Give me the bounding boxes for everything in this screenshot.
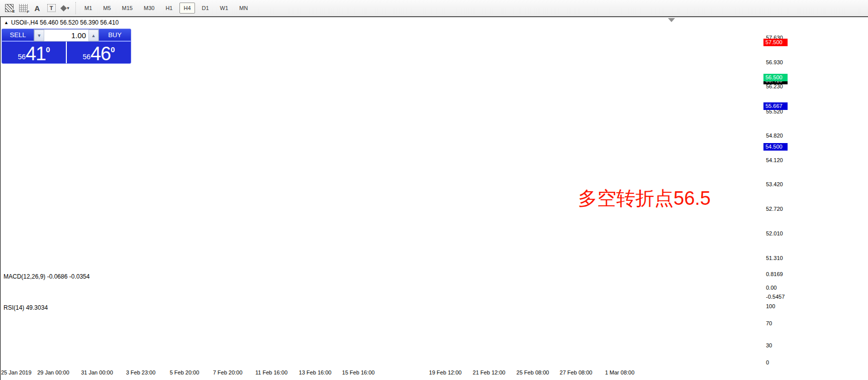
price-badge: 55.667	[763, 102, 788, 110]
text-label-icon[interactable]: T	[45, 2, 57, 14]
chart-title-row: ▲ USOil-,H4 56.460 56.520 56.390 56.410	[1, 18, 868, 28]
timeframe-m5[interactable]: M5	[99, 3, 115, 14]
price-tick-label: 52.720	[766, 206, 783, 212]
toolbar: E F A T ▾ M1M5M15M30H1H4D1W1MN	[0, 0, 868, 17]
buy-price-quote[interactable]: 56460	[67, 42, 131, 63]
timeframe-m1[interactable]: M1	[80, 3, 96, 14]
price-tick-label: 52.010	[766, 230, 783, 237]
time-axis-label: 11 Feb 16:00	[255, 369, 287, 375]
toolbar-separator	[75, 2, 76, 14]
rsi-label: RSI(14) 49.3034	[4, 304, 48, 311]
buy-price-pip: 0	[111, 46, 115, 53]
sell-price-big: 41	[26, 46, 46, 62]
rsi-tick-label: 0	[766, 359, 769, 365]
price-badge: 56.500	[763, 74, 788, 81]
price-tick-label: 54.120	[766, 157, 783, 164]
rsi-tick-label: 30	[766, 342, 772, 348]
collapse-triangle-icon[interactable]: ▲	[4, 20, 9, 25]
macd-tick-label: 0.00	[766, 285, 777, 291]
timeframe-m15[interactable]: M15	[118, 3, 137, 14]
time-axis-label: 27 Feb 08:00	[560, 369, 593, 375]
sell-price-figure: 56	[18, 53, 26, 60]
volume-input[interactable]: 1.00	[44, 30, 88, 41]
time-axis-label: 31 Jan 00:00	[81, 369, 113, 375]
sell-price-pip: 0	[46, 46, 50, 53]
mt4-window: E F A T ▾ M1M5M15M30H1H4D1W1MN ▲ USOil-,…	[0, 0, 868, 380]
time-axis-label: 3 Feb 23:00	[126, 369, 156, 375]
time-axis-label: 1 Mar 08:00	[605, 369, 635, 375]
price-tick-label: 51.310	[766, 255, 783, 262]
price-badge: 57.500	[763, 39, 788, 46]
chart-window: ▲ USOil-,H4 56.460 56.520 56.390 56.410	[0, 17, 868, 380]
font-icon[interactable]: A	[31, 2, 43, 14]
time-axis-label: 13 Feb 16:00	[299, 369, 332, 375]
chart-shift-marker-icon[interactable]	[668, 18, 675, 22]
timeframe-h4[interactable]: H4	[179, 3, 195, 14]
indicators-icon[interactable]: E	[3, 2, 15, 14]
price-tick-label: 53.420	[766, 181, 783, 188]
time-axis-label: 5 Feb 20:00	[170, 369, 200, 375]
chart-title: USOil-,H4 56.460 56.520 56.390 56.410	[11, 19, 119, 26]
timeframe-mn[interactable]: MN	[235, 3, 252, 14]
timeframe-m30[interactable]: M30	[140, 3, 158, 14]
rsi-tick-label: 70	[766, 320, 772, 326]
macd-label: MACD(12,26,9) -0.0686 -0.0354	[4, 273, 89, 280]
period-grid-icon[interactable]: F	[17, 2, 29, 14]
volume-down-button[interactable]: ▼	[34, 30, 44, 41]
price-tick-label: 56.930	[766, 59, 783, 66]
macd-tick-label: 0.8169	[766, 271, 783, 277]
time-axis-label: 15 Feb 16:00	[342, 369, 375, 375]
time-axis-label: 7 Feb 20:00	[213, 369, 243, 375]
one-click-trading-panel: SELL ▼ 1.00 ▲ BUY 56410 56460	[2, 29, 131, 64]
macd-tick-label: -0.5457	[766, 294, 785, 300]
buy-price-figure: 56	[82, 53, 90, 60]
volume-up-button[interactable]: ▲	[88, 30, 99, 41]
timeframe-h1[interactable]: H1	[161, 3, 176, 14]
annotation-text: 多空转折点56.5	[578, 186, 711, 211]
time-axis-label: 25 Jan 2019	[1, 369, 32, 375]
rsi-tick-label: 100	[766, 303, 775, 309]
sell-price-quote[interactable]: 56410	[2, 42, 67, 63]
price-tick-label: 56.230	[766, 83, 783, 90]
price-tick-label: 54.820	[766, 133, 783, 139]
timeframe-d1[interactable]: D1	[198, 3, 213, 14]
buy-button[interactable]: BUY	[99, 29, 131, 42]
timeframe-w1[interactable]: W1	[216, 3, 233, 14]
timeframe-group: M1M5M15M30H1H4D1W1MN	[79, 3, 253, 14]
time-axis-label: 21 Feb 12:00	[473, 369, 506, 375]
volume-spinner: ▼ 1.00 ▲	[34, 29, 99, 42]
sell-button[interactable]: SELL	[2, 29, 34, 42]
buy-price-big: 46	[90, 46, 111, 62]
price-badge: 54.500	[763, 143, 788, 151]
time-axis-label: 19 Feb 12:00	[429, 369, 462, 375]
time-axis-label: 29 Jan 00:00	[37, 369, 69, 375]
time-axis-label: 25 Feb 08:00	[517, 369, 549, 375]
arrow-styles-icon[interactable]: ▾	[59, 2, 71, 14]
